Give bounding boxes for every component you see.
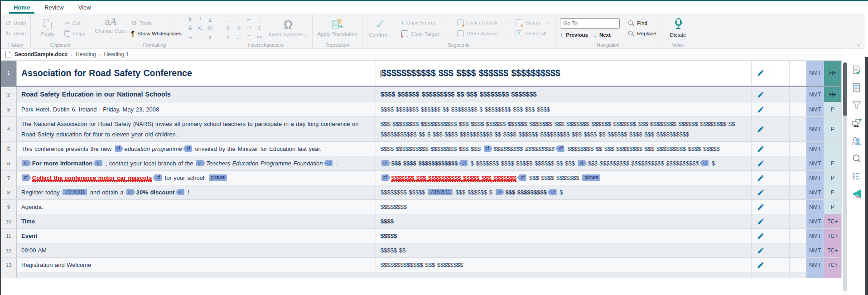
target-cell[interactable]: $$$$ $$$$$$$ $$$$$$ $$ $$$$$$$$ $ $$$$$$…: [376, 102, 752, 116]
tab-review[interactable]: Review: [37, 1, 71, 14]
edit-pencil-button[interactable]: [756, 144, 766, 154]
source-cell[interactable]: Register today 7/19/2011 and obtain a cf…: [17, 185, 376, 199]
paste-button[interactable]: Paste: [35, 19, 60, 37]
edit-pencil-button[interactable]: [756, 159, 766, 169]
italic-button[interactable]: i: [199, 16, 201, 22]
row-number[interactable]: 4: [1, 117, 17, 141]
previous-button[interactable]: ↑Previous: [560, 32, 588, 38]
format-tag-cf[interactable]: cf: [496, 189, 505, 195]
row-number[interactable]: 2: [1, 87, 17, 102]
inline-tag[interactable]: 7/19/2011: [63, 189, 87, 195]
find-button[interactable]: Find: [628, 20, 656, 26]
row-number[interactable]: 9: [1, 200, 17, 214]
bold-button[interactable]: b: [188, 16, 192, 22]
edit-pencil-button[interactable]: [756, 217, 766, 227]
row-number[interactable]: 5: [1, 142, 17, 156]
select-all-button[interactable]: Select all: [516, 30, 550, 37]
target-cell[interactable]: $$$ $$$$$$$$ $$$$$$$$$$$ $$$ $$$$ $$$$$$…: [376, 117, 752, 141]
target-cell[interactable]: $$$$$: [376, 229, 752, 243]
edit-pencil-button[interactable]: [756, 90, 766, 100]
format-tag-cf[interactable]: cf: [324, 160, 333, 166]
confirm-button[interactable]: Confirm: [367, 18, 394, 38]
apply-translation-button[interactable]: Apply Translation: [317, 19, 357, 37]
target-cell[interactable]: cf$$$$$$$ $$$ $$$$$$$$$$ $$$$$ $$$ $$$$$…: [376, 171, 752, 185]
source-cell[interactable]: 09:00 AM: [17, 243, 376, 257]
source-cell[interactable]: The National Association for Road Safety…: [17, 117, 376, 141]
document-approve-icon[interactable]: [851, 64, 863, 76]
edit-pencil-button[interactable]: [756, 188, 766, 198]
format-tag-cf[interactable]: cf: [699, 160, 709, 166]
superscript-button[interactable]: X²: [207, 25, 213, 31]
row-number[interactable]: 6: [1, 156, 17, 170]
low-quotes-button[interactable]: „“: [237, 34, 240, 39]
target-cell[interactable]: $$$$$$$$$$$ $$$ $$$$ $$$$$$ $$$$$$$$$$: [376, 60, 752, 86]
row-number[interactable]: 13: [1, 258, 17, 272]
copy-source-button[interactable]: Copy Source: [401, 19, 450, 26]
breadcrumb-item[interactable]: Heading: [76, 51, 96, 58]
target-cell[interactable]: $$$$$$$$ $$$$$ 7/19/2011 $$$ $$$$$$ $ cf…: [376, 185, 752, 199]
inline-tag[interactable]: picture: [209, 174, 227, 181]
people-icon[interactable]: [851, 135, 863, 147]
underline-button[interactable]: u: [209, 16, 212, 22]
target-cell[interactable]: $$$$$$$$: [376, 200, 752, 214]
pound-button[interactable]: £: [227, 34, 230, 39]
target-cell[interactable]: $$$$$$$$$$$$$ $$$ $$$$$$$$: [376, 258, 752, 272]
target-cell[interactable]: $$$$$ $$: [376, 243, 752, 257]
registered-button[interactable]: ®: [237, 25, 241, 31]
scrollbar-thumb[interactable]: [843, 63, 847, 116]
change-case-button[interactable]: Change Case: [95, 16, 126, 40]
lock-unlock-button[interactable]: Lock / Unlock: [457, 19, 509, 26]
redo-button[interactable]: ↻Redo: [5, 30, 26, 37]
clear-target-button[interactable]: Clear Target: [401, 30, 450, 37]
replace-button[interactable]: Replace: [628, 30, 656, 37]
collapse-ribbon-button[interactable]: [856, 41, 861, 47]
source-cell[interactable]: Park Hotel, Dublin 6, Ireland - Friday, …: [17, 102, 376, 116]
format-tag-cf[interactable]: cf: [555, 145, 564, 152]
outline-icon[interactable]: [851, 170, 863, 182]
target-cell[interactable]: $$$$ $$$$$$$$$$ $$$$$$$$ $$$ $$$ cf$$$$$…: [376, 142, 752, 156]
copyright-button[interactable]: ©: [227, 25, 230, 31]
undo-button[interactable]: ↺Undo: [5, 20, 26, 26]
row-number[interactable]: 7: [1, 171, 17, 185]
source-cell[interactable]: Association for Road Safety Conference: [17, 60, 376, 86]
guillemets-button[interactable]: «»: [257, 34, 262, 39]
source-cell[interactable]: Agenda:: [17, 200, 376, 214]
format-tag-cf[interactable]: cf: [458, 160, 468, 166]
vertical-scrollbar[interactable]: [842, 60, 849, 295]
degree-button[interactable]: °: [259, 17, 260, 22]
subscript-button[interactable]: X₂: [198, 25, 203, 31]
line-break-button[interactable]: ↵: [247, 17, 251, 23]
format-tag-cf[interactable]: cf: [153, 174, 162, 181]
filter-icon[interactable]: [851, 100, 863, 111]
row-number[interactable]: 8: [1, 185, 17, 199]
goto-input[interactable]: [560, 18, 620, 29]
source-cell[interactable]: cfCollect the conference motor car masco…: [17, 171, 376, 185]
format-tag-cf[interactable]: cf: [484, 145, 493, 152]
trademark-button[interactable]: ™: [246, 25, 251, 31]
format-tag-cf[interactable]: cf: [93, 160, 102, 166]
source-cell[interactable]: [17, 272, 376, 278]
format-tag-cf[interactable]: cf: [176, 189, 185, 195]
other-actions-button[interactable]: Other Actions: [457, 30, 509, 37]
curly-quotes-button[interactable]: “”: [247, 34, 251, 39]
concordance-lookup-icon[interactable]: [851, 117, 863, 129]
source-cell[interactable]: Time: [17, 214, 376, 228]
edit-pencil-button[interactable]: [756, 173, 766, 183]
edit-pencil-button[interactable]: [756, 246, 766, 256]
source-cell[interactable]: Event: [17, 229, 376, 243]
row-number[interactable]: 1: [1, 60, 17, 86]
not-sign-button[interactable]: ¬: [188, 34, 192, 40]
tools-button[interactable]: ⚙Tools: [131, 20, 181, 26]
inline-tag[interactable]: 7/19/2011: [428, 189, 453, 195]
tab-view[interactable]: View: [71, 1, 98, 14]
format-tag-cf[interactable]: cf: [22, 174, 31, 181]
edit-pencil-button[interactable]: [756, 260, 766, 270]
hyphen-button[interactable]: -: [199, 34, 201, 40]
format-tag-cf[interactable]: cf: [183, 145, 192, 152]
dictate-button[interactable]: Dictate: [666, 18, 690, 38]
cut-button[interactable]: ✂Cut: [64, 20, 85, 26]
copy-button[interactable]: Copy: [64, 30, 85, 36]
insert-symbols-button[interactable]: Insert Symbols: [269, 19, 308, 38]
target-cell[interactable]: $$$$: [376, 214, 752, 228]
strikethrough-button[interactable]: S: [188, 25, 192, 31]
